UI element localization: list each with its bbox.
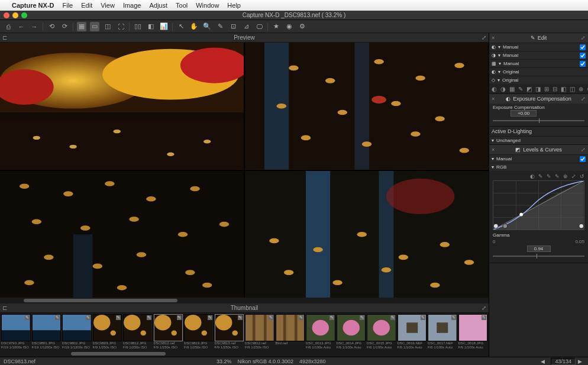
- edit-tool-icon[interactable]: ◨: [535, 86, 541, 92]
- single-view-icon[interactable]: ▭: [90, 22, 99, 31]
- thumbnail-image[interactable]: ✎: [1, 314, 31, 341]
- edit-tool-icon[interactable]: ⊞: [544, 86, 549, 92]
- thumbnail-cell[interactable]: ✎DSC9802.JPGF/19 1/1200s ISO 400: [62, 314, 92, 350]
- dlighting-header[interactable]: Active D-Lighting: [489, 127, 588, 136]
- thumbnail-image[interactable]: ✎: [428, 314, 457, 341]
- close-icon[interactable]: ×: [492, 147, 495, 153]
- curve-tool-icon[interactable]: ⊕: [563, 173, 568, 179]
- grid-view-icon[interactable]: ▦: [77, 22, 86, 31]
- menu-help[interactable]: Help: [227, 2, 241, 9]
- row-checkbox[interactable]: [580, 44, 586, 50]
- edit-row[interactable]: ◐▾Original: [489, 67, 588, 76]
- window-minimize-icon[interactable]: [12, 12, 18, 18]
- thumbnail-image[interactable]: ✎: [123, 314, 153, 341]
- thumbnail-image[interactable]: ✎: [245, 314, 274, 341]
- edit-tool-icon[interactable]: ⊟: [553, 86, 557, 92]
- preview-tile-4[interactable]: [245, 171, 489, 298]
- edit-tool-icon[interactable]: ⊕: [579, 86, 583, 92]
- thumbnail-cell[interactable]: ✎DSC_0018.JPGF/6 1/100s Auto ISO 400: [458, 314, 488, 350]
- before-after-icon[interactable]: ◧: [146, 22, 156, 31]
- eyedropper-icon[interactable]: ✎: [215, 22, 225, 31]
- thumbnail-image[interactable]: ✎: [62, 314, 92, 341]
- menu-tool[interactable]: Tool: [176, 2, 188, 9]
- app-menu[interactable]: Capture NX-D: [12, 2, 54, 9]
- thumb-expand-icon[interactable]: ⤢: [482, 305, 486, 311]
- preview-tile-1[interactable]: [0, 43, 244, 170]
- thumbnail-image[interactable]: ✎: [306, 314, 335, 341]
- edit-row[interactable]: ▦▾Manual: [489, 59, 588, 67]
- fit-window-icon[interactable]: ⛶: [116, 22, 125, 31]
- forward-icon[interactable]: →: [30, 22, 39, 31]
- gear-icon[interactable]: ⚙: [298, 22, 307, 31]
- row-checkbox[interactable]: [580, 53, 586, 59]
- curves-row[interactable]: ▾RGB: [489, 163, 588, 171]
- menu-adjust[interactable]: Adjust: [149, 2, 167, 9]
- edit-tool-icon[interactable]: ◩: [526, 86, 532, 92]
- thumbnail-cell[interactable]: ✎DSC9793.JPGF/19 1/1000s ISO 400: [1, 314, 31, 350]
- row-checkbox[interactable]: [580, 156, 586, 162]
- menu-file[interactable]: File: [63, 2, 73, 9]
- thumbnail-cell[interactable]: ✎DSC_0016.NEFF/6 1/100s Auto ISO 200: [398, 314, 427, 350]
- thumbnail-image[interactable]: ✎: [215, 314, 244, 341]
- window-zoom-icon[interactable]: [21, 12, 27, 18]
- back-icon[interactable]: ←: [17, 22, 26, 31]
- straighten-icon[interactable]: ⊿: [241, 22, 251, 31]
- edit-tool-icon[interactable]: ◐: [492, 86, 497, 92]
- expand-icon[interactable]: ⤢: [581, 147, 586, 153]
- thumbnail-image[interactable]: ✎: [367, 314, 396, 341]
- curve-tool-icon[interactable]: ✎: [547, 173, 551, 179]
- edit-tool-icon[interactable]: ✎: [518, 86, 523, 92]
- thumbnail-image[interactable]: ✎: [458, 314, 488, 341]
- expand-icon[interactable]: ⤢: [581, 96, 586, 102]
- thumbnail-cell[interactable]: ✎Bird.nef: [276, 314, 305, 350]
- dlighting-row[interactable]: ▾ Unchanged: [489, 136, 588, 144]
- thumbnail-cell[interactable]: ✎DSC_0014.JPGF/6 1/100s Auto ISO 200: [337, 314, 366, 350]
- expand-icon[interactable]: ⤢: [581, 35, 586, 41]
- scroll-thumb[interactable]: [24, 299, 177, 302]
- two-up-icon[interactable]: ▯▯: [133, 22, 143, 31]
- hand-icon[interactable]: ✋: [189, 22, 199, 31]
- curve-tool-icon[interactable]: ⤢: [571, 173, 576, 179]
- thumbnail-scroll-thumb[interactable]: [71, 352, 166, 356]
- edit-tool-icon[interactable]: ▦: [509, 86, 515, 92]
- menu-image[interactable]: Image: [123, 2, 141, 9]
- thumbnail-cell[interactable]: ✎DSC9813.nefF/9 1/250s ISO 400: [215, 314, 244, 350]
- edit-row[interactable]: ◑▾Manual: [489, 51, 588, 59]
- menu-view[interactable]: View: [101, 2, 115, 9]
- thumbnail-image[interactable]: ✎: [32, 314, 62, 341]
- zoom-in-icon[interactable]: 🔍: [202, 22, 212, 31]
- exposure-section-header[interactable]: × ◐ Exposure Compensation ⤢: [489, 94, 588, 104]
- compare-view-icon[interactable]: ◫: [103, 22, 112, 31]
- gamma-slider[interactable]: [493, 256, 584, 257]
- thumbnail-cell[interactable]: ✎DSC9801.JPGF/19 1/1200s ISO 400: [32, 314, 62, 350]
- edit-tool-icon[interactable]: ◑: [500, 86, 506, 92]
- thumbnail-cell[interactable]: ✎DSC_0015.JPGF/6 1/100s Auto ISO 200: [367, 314, 396, 350]
- edit-tool-icon[interactable]: ◧: [561, 86, 566, 92]
- thumbnail-image[interactable]: ✎: [337, 314, 366, 341]
- preview-tile-3[interactable]: [0, 171, 244, 298]
- thumbnail-cell[interactable]: ✎DSC9813.JPGF/9 1/250s ISO 400: [184, 314, 214, 350]
- status-pager[interactable]: 43/134: [551, 358, 576, 365]
- curve-graph[interactable]: [493, 180, 584, 230]
- preview-expand-left-icon[interactable]: ⊏: [2, 34, 7, 41]
- pointer-icon[interactable]: ↖: [176, 22, 186, 31]
- thumbnail-cell[interactable]: ✎DSC9803.JPGF/9 1/250s ISO 400: [93, 314, 122, 350]
- menu-window[interactable]: Window: [196, 2, 219, 9]
- thumbnail-strip[interactable]: ✎DSC9793.JPGF/19 1/1000s ISO 400✎DSC9801…: [0, 313, 489, 351]
- thumbnail-cell[interactable]: ✎DSC_0017.NEFF/6 1/100s Auto ISO 200: [428, 314, 457, 350]
- label-icon[interactable]: ◉: [285, 22, 294, 31]
- menu-edit[interactable]: Edit: [81, 2, 92, 9]
- window-close-icon[interactable]: [4, 12, 9, 18]
- thumbnail-cell[interactable]: ✎DSC9812.nefF/9 1/250s ISO 400: [245, 314, 274, 350]
- curve-tool-icon[interactable]: ◐: [530, 173, 535, 179]
- preview-area[interactable]: [0, 43, 489, 298]
- curve-tool-icon[interactable]: ✎: [555, 173, 560, 179]
- thumb-expand-left-icon[interactable]: ⊏: [2, 305, 7, 311]
- edit-row[interactable]: ◇▾Original: [489, 76, 588, 84]
- gamma-value[interactable]: 0.94: [527, 246, 551, 252]
- preview-tile-2[interactable]: [245, 43, 489, 170]
- close-icon[interactable]: ×: [492, 35, 495, 41]
- histogram-icon[interactable]: 📊: [159, 22, 169, 31]
- star-icon[interactable]: ★: [272, 22, 281, 31]
- crop-icon[interactable]: ⊡: [228, 22, 238, 31]
